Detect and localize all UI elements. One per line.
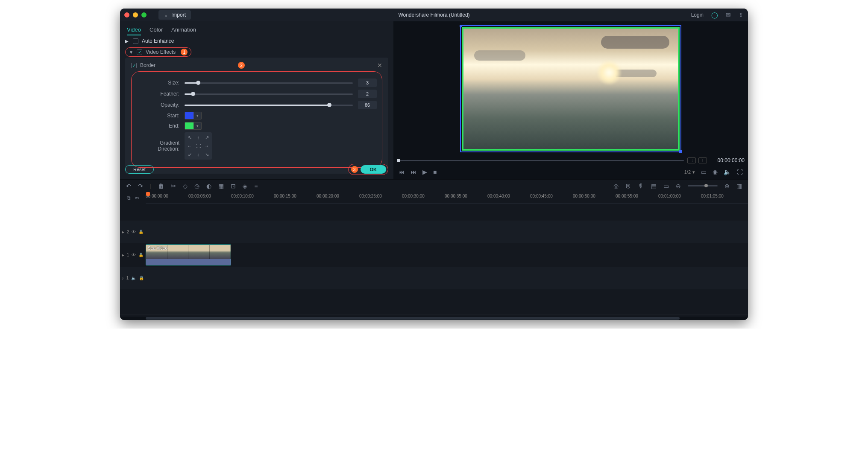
size-slider[interactable] <box>185 80 353 86</box>
preview-zoom-select[interactable]: 1/2 ▾ <box>684 169 695 175</box>
lock-icon[interactable]: 🔒 <box>138 253 144 257</box>
collapse-icon: ▼ <box>129 50 133 55</box>
end-color-picker[interactable]: ▾ <box>185 122 202 130</box>
step-forward-icon[interactable]: ⏭ <box>411 169 416 175</box>
selection-frame[interactable] <box>460 25 681 152</box>
export-icon[interactable]: ⇪ <box>739 12 744 18</box>
feather-slider[interactable] <box>185 91 353 97</box>
track-head-v1: ▸1 👁 🔒 <box>120 253 146 257</box>
import-button[interactable]: ⭳ Import <box>158 10 191 20</box>
size-row: Size: 3 <box>137 79 377 87</box>
stop-icon[interactable]: ■ <box>433 169 437 175</box>
start-color-picker[interactable]: ▾ <box>185 112 202 119</box>
header-right: Login ◯ ✉ ⇪ <box>691 12 744 18</box>
ruler-stamp: 00:00:55:00 <box>616 194 638 198</box>
color-icon[interactable]: ◐ <box>206 183 211 189</box>
playhead[interactable] <box>148 192 148 320</box>
opacity-slider[interactable] <box>185 102 353 108</box>
prev-frame-icon[interactable]: ⏮ <box>399 169 405 175</box>
greenscreen-icon[interactable]: ▦ <box>218 183 224 189</box>
lock-icon[interactable]: 🔒 <box>139 276 144 280</box>
mark-out-button[interactable]: 〕 <box>698 157 707 163</box>
volume-icon[interactable]: 🔈 <box>724 169 731 175</box>
video-effects-label: Video Effects <box>146 49 176 55</box>
opacity-value[interactable]: 86 <box>358 101 377 109</box>
cut-icon[interactable]: ✂ <box>171 183 176 189</box>
close-window-icon[interactable] <box>124 12 129 17</box>
mail-icon[interactable]: ✉ <box>726 12 731 18</box>
grad-se[interactable]: ↘ <box>203 151 211 158</box>
mic-icon[interactable]: 🎙 <box>638 183 644 189</box>
crop-icon[interactable]: ◇ <box>183 183 188 189</box>
auto-enhance-row[interactable]: ▶ Auto Enhance <box>120 35 393 47</box>
keyframe-icon[interactable]: ◈ <box>243 183 247 189</box>
reframe-icon[interactable]: ▭ <box>663 183 669 189</box>
fullscreen-icon[interactable]: ⛶ <box>737 169 743 175</box>
mark-in-button[interactable]: 〔 <box>687 157 696 163</box>
headset-icon[interactable]: ◯ <box>711 12 718 18</box>
play-icon[interactable]: ▶ <box>422 169 427 175</box>
lock-icon[interactable]: 🔒 <box>138 230 144 234</box>
track-video-1[interactable]: ▸1 👁 🔒 Sea Video <box>120 243 748 267</box>
grad-w[interactable]: ← <box>186 142 194 150</box>
reset-button[interactable]: Reset <box>125 165 154 174</box>
adjust-icon[interactable]: ≡ <box>254 183 258 189</box>
marker-icon[interactable]: ◎ <box>613 183 619 189</box>
zoom-in-icon[interactable]: ⊕ <box>724 183 730 189</box>
close-icon[interactable]: ✕ <box>377 62 382 69</box>
track-type-icon: ▸ <box>122 230 124 234</box>
delete-icon[interactable]: 🗑 <box>158 183 164 189</box>
feather-value[interactable]: 2 <box>358 90 377 98</box>
tab-color[interactable]: Color <box>150 25 163 35</box>
opacity-label: Opacity: <box>137 102 179 108</box>
grad-sw[interactable]: ↙ <box>186 151 194 158</box>
border-effect-frame <box>462 27 680 151</box>
track-add-icon[interactable]: ⧉ <box>127 195 131 201</box>
eye-icon[interactable]: 👁 <box>132 253 136 257</box>
speed-icon[interactable]: ◷ <box>194 183 199 189</box>
border-checkbox[interactable] <box>131 63 137 68</box>
grad-ne[interactable]: ↗ <box>203 134 211 141</box>
login-button[interactable]: Login <box>691 12 704 18</box>
zoom-out-icon[interactable]: ⊖ <box>676 183 681 189</box>
grad-nw[interactable]: ↖ <box>186 134 194 141</box>
ruler-stamp: 00:00:20:00 <box>317 194 339 198</box>
timeline-hscroll[interactable] <box>120 317 748 320</box>
grad-s[interactable]: ↓ <box>194 151 202 158</box>
tab-video[interactable]: Video <box>127 25 141 35</box>
grad-n[interactable]: ↑ <box>194 134 202 141</box>
tab-animation[interactable]: Animation <box>171 25 196 35</box>
undo-icon[interactable]: ↶ <box>126 183 131 189</box>
minimize-window-icon[interactable] <box>133 12 138 17</box>
zoom-fit-icon[interactable]: ▥ <box>736 183 742 189</box>
video-effects-row[interactable]: ▼ Video Effects 1 <box>125 47 191 57</box>
maximize-window-icon[interactable] <box>141 12 147 17</box>
end-swatch <box>185 122 194 130</box>
shield-icon[interactable]: ⛨ <box>625 183 631 189</box>
redo-icon[interactable]: ↷ <box>138 183 143 189</box>
ruler-stamp: 00:00:45:00 <box>530 194 553 198</box>
track-audio-1[interactable]: ♪1 🔈 🔒 <box>120 267 748 289</box>
timeline-ruler[interactable]: 00:00:00:0000:00:05:0000:00:10:0000:00:1… <box>146 192 748 204</box>
grad-c[interactable]: ⛶ <box>194 142 202 150</box>
ok-button[interactable]: OK <box>361 165 387 174</box>
timeline-zoom-slider[interactable] <box>688 185 718 186</box>
eye-icon[interactable]: 👁 <box>132 230 136 234</box>
clip-name: Sea Video <box>148 246 167 250</box>
preview-canvas[interactable] <box>393 21 748 156</box>
track-link-icon[interactable]: ⚯ <box>135 195 139 201</box>
track-type-icon: ▸ <box>122 253 124 257</box>
snapshot-icon[interactable]: ◉ <box>713 169 718 175</box>
tracking-icon[interactable]: ⊡ <box>231 183 236 189</box>
display-icon[interactable]: ▭ <box>701 169 707 175</box>
auto-enhance-checkbox[interactable] <box>133 38 138 44</box>
volume-icon[interactable]: 🔈 <box>131 276 136 280</box>
mixer-icon[interactable]: ▤ <box>651 183 657 189</box>
size-value[interactable]: 3 <box>358 79 377 87</box>
track-video-2[interactable]: ▸2 👁 🔒 <box>120 221 748 243</box>
preview-timecode: 00:00:00:00 <box>710 157 745 163</box>
timeline-clip[interactable]: Sea Video <box>146 245 231 265</box>
grad-e[interactable]: → <box>203 142 211 150</box>
preview-progress[interactable] <box>397 160 684 161</box>
video-effects-checkbox[interactable] <box>137 49 142 55</box>
